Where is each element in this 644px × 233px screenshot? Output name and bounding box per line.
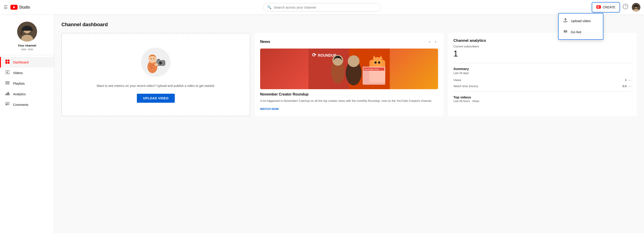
- analytics-card: Channel analytics Current subscribers 1 …: [448, 33, 637, 116]
- news-title: News: [260, 40, 270, 44]
- dropdown-item-upload-video[interactable]: Upload video: [559, 15, 603, 26]
- svg-point-49: [154, 63, 158, 66]
- handle-dot-2: [28, 48, 33, 50]
- help-icon[interactable]: ?: [623, 4, 628, 10]
- svg-point-36: [150, 65, 152, 66]
- header-center: 🔍: [62, 3, 582, 12]
- header-right: CREATE ?: [582, 3, 640, 12]
- views-row: Views 1 —: [454, 78, 631, 82]
- views-number: 1: [625, 78, 626, 82]
- svg-rect-48: [164, 61, 165, 65]
- dashboard-grid: Want to see metrics on your recent video…: [62, 33, 637, 116]
- summary-title: Summary: [454, 67, 631, 71]
- subscribers-count: 1: [454, 49, 631, 58]
- search-input[interactable]: [274, 6, 377, 9]
- create-label: CREATE: [603, 6, 615, 9]
- news-prev-button[interactable]: ‹: [427, 38, 432, 45]
- svg-text:?: ?: [624, 5, 626, 8]
- header-left: ☰ Studio: [4, 4, 62, 10]
- svg-point-41: [153, 58, 154, 59]
- news-navigation: ‹ ›: [427, 38, 438, 45]
- watch-time-number: 0.0: [622, 84, 626, 88]
- sidebar-item-comments[interactable]: Comments: [0, 99, 54, 110]
- analytics-divider-1: [454, 63, 631, 63]
- views-dash: —: [628, 78, 631, 82]
- sidebar-item-analytics[interactable]: Analytics: [0, 89, 54, 99]
- main-content: Channel dashboard: [54, 14, 644, 233]
- news-card: News ‹ › ⟳ ROUNDUP: [255, 33, 444, 116]
- subscribers-label: Current subscribers: [454, 45, 631, 48]
- upload-card-text: Want to see metrics on your recent video…: [97, 84, 215, 88]
- sidebar-item-videos[interactable]: Videos: [0, 68, 54, 78]
- analytics-title: Channel analytics: [454, 38, 631, 43]
- dropdown-item-go-live[interactable]: Go live: [559, 26, 603, 38]
- svg-rect-28: [9, 93, 10, 95]
- upload-icon: [563, 18, 568, 24]
- sidebar-nav: Dashboard Videos Playlists: [0, 55, 54, 112]
- svg-point-47: [161, 62, 161, 63]
- news-thumbnail: ⟳ ROUNDUP: [260, 48, 438, 89]
- watch-time-label: Watch time (hours): [454, 84, 478, 88]
- news-header: News ‹ ›: [260, 38, 438, 45]
- news-article-desc: A lot happened in November! Catchup on a…: [260, 99, 438, 103]
- svg-point-38: [151, 67, 152, 69]
- handle-dot-1: [21, 48, 26, 50]
- user-avatar[interactable]: [632, 3, 640, 12]
- news-next-button[interactable]: ›: [433, 38, 438, 45]
- create-video-icon: [596, 5, 601, 10]
- svg-rect-25: [6, 94, 6, 95]
- svg-rect-26: [7, 93, 8, 95]
- create-button[interactable]: CREATE: [592, 3, 619, 12]
- top-videos-period: Last 48 hours · Views: [454, 100, 631, 103]
- views-label: Views: [454, 78, 461, 82]
- watch-time-dash: —: [628, 84, 631, 88]
- youtube-logo-icon: [10, 5, 18, 10]
- watch-time-value: 0.0 —: [622, 84, 631, 88]
- svg-rect-15: [6, 60, 7, 62]
- channel-handle: [21, 48, 33, 50]
- svg-point-40: [150, 58, 152, 59]
- svg-point-58: [348, 55, 360, 67]
- analytics-icon: [6, 92, 10, 97]
- dashboard-label: Dashboard: [13, 60, 29, 64]
- views-value: 1 —: [625, 78, 631, 82]
- svg-rect-16: [8, 60, 10, 62]
- summary-period: Last 28 days: [454, 72, 631, 75]
- upload-card: Want to see metrics on your recent video…: [62, 33, 250, 116]
- sidebar: Your channel Dashboard: [0, 14, 54, 233]
- go-live-label: Go live: [571, 30, 582, 34]
- logo-area: Studio: [10, 5, 30, 10]
- sidebar-item-dashboard[interactable]: Dashboard: [0, 57, 54, 68]
- watch-time-row: Watch time (hours) 0.0 —: [454, 84, 631, 88]
- comments-icon: [6, 102, 10, 107]
- go-live-icon: [563, 29, 568, 35]
- watch-now-link[interactable]: WATCH NOW: [260, 107, 279, 111]
- create-dropdown: Upload video Go live: [558, 13, 603, 40]
- svg-text:⟳: ⟳: [312, 52, 316, 58]
- news-article-title: November Creator Roundup: [260, 92, 438, 96]
- svg-point-63: [374, 62, 377, 64]
- search-bar: 🔍: [263, 3, 381, 12]
- upload-video-button[interactable]: UPLOAD VIDEO: [137, 94, 175, 103]
- svg-rect-27: [8, 92, 8, 95]
- channel-info: Your channel: [0, 18, 54, 55]
- svg-rect-17: [6, 62, 7, 64]
- videos-icon: [6, 70, 10, 76]
- hamburger-icon[interactable]: ☰: [4, 4, 8, 10]
- comments-label: Comments: [13, 103, 28, 106]
- playlists-label: Playlists: [13, 82, 24, 85]
- studio-label: Studio: [19, 5, 30, 10]
- svg-text:ROUNDUP: ROUNDUP: [318, 54, 336, 57]
- channel-name: Your channel: [18, 44, 36, 47]
- svg-marker-24: [8, 83, 10, 85]
- search-icon: 🔍: [267, 5, 272, 10]
- svg-point-37: [152, 64, 154, 66]
- channel-avatar: [17, 22, 37, 42]
- svg-point-11: [565, 31, 566, 32]
- analytics-label: Analytics: [13, 92, 26, 96]
- analytics-divider-2: [454, 92, 631, 92]
- svg-text:November 2024: November 2024: [364, 68, 379, 70]
- header: ☰ Studio 🔍 CREATE: [0, 0, 644, 14]
- sidebar-item-playlists[interactable]: Playlists: [0, 78, 54, 89]
- dashboard-icon: [6, 60, 10, 65]
